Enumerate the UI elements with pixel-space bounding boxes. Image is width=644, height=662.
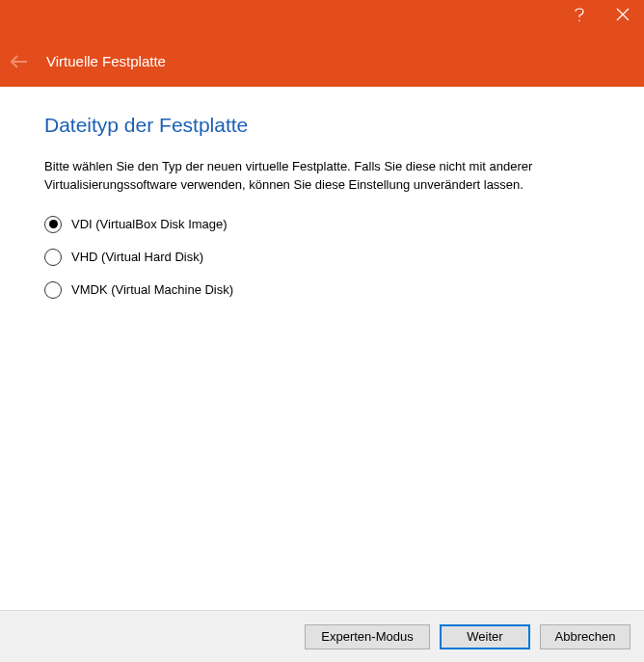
radio-label: VDI (VirtualBox Disk Image) [71, 217, 228, 231]
radio-label: VMDK (Virtual Machine Disk) [71, 282, 233, 297]
radio-option-vhd[interactable]: VHD (Virtual Hard Disk) [44, 249, 600, 266]
titlebar: Virtuelle Festplatte [0, 0, 644, 87]
back-button [10, 54, 29, 72]
expert-mode-button[interactable]: Experten-Modus [305, 624, 430, 649]
radio-option-vmdk[interactable]: VMDK (Virtual Machine Disk) [44, 281, 600, 299]
close-button[interactable] [601, 0, 644, 29]
help-icon [573, 7, 586, 22]
radio-option-vdi[interactable]: VDI (VirtualBox Disk Image) [44, 216, 600, 233]
cancel-button[interactable]: Abbrechen [540, 624, 631, 649]
next-button[interactable]: Weiter [440, 624, 530, 649]
page-heading: Dateityp der Festplatte [44, 114, 600, 137]
window-controls [557, 0, 644, 29]
back-arrow-icon [10, 54, 29, 69]
wizard-footer: Experten-Modus Weiter Abbrechen [0, 610, 644, 662]
help-button[interactable] [557, 0, 601, 29]
page-description: Bitte wählen Sie den Typ der neuen virtu… [44, 158, 600, 195]
radio-icon [44, 216, 62, 233]
radio-icon [44, 281, 62, 299]
content-area: Dateityp der Festplatte Bitte wählen Sie… [0, 87, 644, 299]
disk-type-radio-group: VDI (VirtualBox Disk Image) VHD (Virtual… [44, 216, 600, 299]
radio-icon [44, 249, 62, 266]
radio-label: VHD (Virtual Hard Disk) [71, 250, 203, 264]
svg-point-0 [578, 20, 580, 22]
close-icon [616, 8, 630, 21]
wizard-title: Virtuelle Festplatte [46, 53, 166, 69]
